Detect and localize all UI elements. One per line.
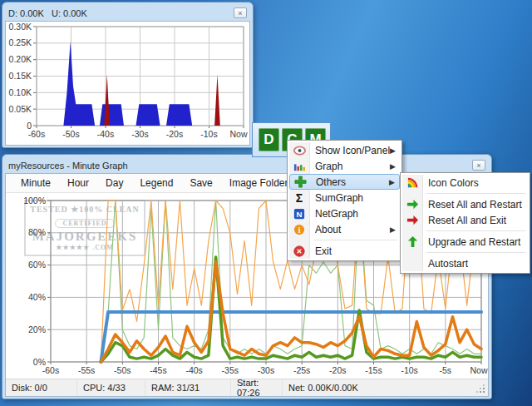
submenu-arrow-icon: ▶ [389, 178, 395, 186]
status-start: Start: 07:26 [231, 379, 283, 396]
submenu-item-autostart[interactable]: Autostart [402, 255, 528, 271]
desktop: D: 0.00K U: 0.00K × 0.30K0.25K0.20K0.15K… [0, 0, 532, 406]
letter-n-icon: N [289, 208, 309, 220]
menu-item-day[interactable]: Day [97, 175, 131, 191]
svg-text:-15s: -15s [365, 365, 382, 375]
disk-tile-icon[interactable]: D [259, 128, 279, 151]
sigma-icon: Σ [289, 192, 309, 204]
svg-text:0.20K: 0.20K [9, 54, 32, 64]
svg-text:-40s: -40s [185, 365, 202, 375]
menu-item-save[interactable]: Save [181, 175, 220, 191]
svg-text:0.10K: 0.10K [9, 87, 32, 97]
svg-text:-55s: -55s [78, 365, 95, 375]
rainbow-icon [402, 176, 422, 189]
svg-text:0.30K: 0.30K [9, 22, 32, 32]
net-graph-window: D: 0.00K U: 0.00K × 0.30K0.25K0.20K0.15K… [2, 2, 254, 148]
svg-text:-30s: -30s [258, 365, 274, 375]
svg-text:20%: 20% [28, 324, 46, 334]
net-window-titlebar[interactable]: D: 0.00K U: 0.00K × [5, 5, 250, 21]
submenu-item-icon-colors[interactable]: Icon Colors [402, 175, 528, 191]
others-submenu: Icon Colors Reset All and Restart Reset … [400, 172, 530, 274]
svg-text:-60s: -60s [42, 365, 59, 375]
menu-item-hour[interactable]: Hour [59, 175, 97, 191]
menu-item-sumgraph[interactable]: Σ SumGraph [289, 190, 400, 205]
resize-grip[interactable] [483, 391, 485, 393]
svg-text:-50s: -50s [114, 365, 131, 375]
svg-text:-60s: -60s [28, 129, 45, 139]
status-ram: RAM: 31/31 [145, 379, 231, 396]
status-bar: Disk: 0/0 CPU: 4/33 RAM: 31/31 Start: 07… [6, 379, 488, 396]
menu-separator [426, 193, 525, 194]
myresources-titlebar[interactable]: myResources - Minute Graph × [5, 157, 489, 173]
menu-separator [313, 240, 397, 240]
menu-separator [426, 252, 525, 253]
svg-text:Now: Now [229, 129, 247, 139]
myresources-title: myResources - Minute Graph [5, 161, 128, 171]
svg-text:-10s: -10s [401, 365, 417, 375]
menu-item-exit[interactable]: ✕ Exit [289, 243, 400, 259]
eye-icon [289, 146, 309, 156]
svg-text:-5s: -5s [440, 365, 452, 375]
exit-icon: ✕ [289, 245, 309, 257]
svg-text:0.15K: 0.15K [9, 71, 32, 81]
net-window-title: D: 0.00K U: 0.00K [5, 8, 87, 18]
status-net: Net: 0.00K/0.00K [283, 379, 488, 396]
svg-text:-20s: -20s [329, 365, 346, 375]
menu-separator [426, 230, 525, 231]
submenu-item-upgrade-restart[interactable]: Upgrade and Restart [402, 234, 528, 250]
svg-text:-20s: -20s [166, 129, 183, 139]
plus-icon [290, 176, 310, 188]
svg-text:40%: 40% [28, 292, 46, 302]
submenu-arrow-icon: ▶ [390, 162, 396, 171]
svg-text:N: N [297, 209, 303, 218]
menu-item-legend[interactable]: Legend [131, 175, 181, 191]
submenu-item-reset-exit[interactable]: Reset All and Exit [402, 212, 528, 228]
svg-text:-40s: -40s [97, 129, 114, 139]
svg-text:i: i [298, 225, 301, 234]
net-graph-content: 0.30K0.25K0.20K0.15K0.10K0.05K0-60s-50s-… [5, 21, 250, 146]
close-icon[interactable]: × [234, 7, 247, 18]
bar-chart-icon [289, 161, 309, 172]
red-right-arrow-icon [402, 214, 422, 226]
svg-text:0.25K: 0.25K [9, 37, 32, 47]
status-cpu: CPU: 4/33 [77, 379, 145, 396]
svg-text:-35s: -35s [222, 365, 239, 375]
svg-text:-45s: -45s [150, 365, 166, 375]
svg-text:100%: 100% [23, 196, 46, 205]
svg-text:Now: Now [470, 365, 487, 375]
submenu-arrow-icon: ▶ [390, 146, 396, 155]
svg-text:-50s: -50s [62, 129, 79, 139]
menu-item-others[interactable]: Others ▶ [289, 174, 400, 190]
submenu-arrow-icon: ▶ [390, 225, 396, 234]
green-up-arrow-icon [402, 235, 422, 248]
svg-text:-30s: -30s [131, 129, 148, 139]
info-icon: i [289, 224, 309, 235]
menu-item-about[interactable]: i About ▶ [289, 221, 400, 237]
svg-text:-10s: -10s [200, 129, 217, 139]
svg-text:✕: ✕ [297, 247, 303, 255]
svg-text:80%: 80% [28, 227, 46, 237]
svg-text:-25s: -25s [293, 365, 310, 375]
menu-item-netgraph[interactable]: N NetGraph [289, 205, 400, 221]
green-right-arrow-icon [402, 198, 422, 210]
status-disk: Disk: 0/0 [6, 379, 77, 396]
menu-item-image-folder[interactable]: Image Folder [221, 175, 297, 191]
svg-text:60%: 60% [28, 260, 46, 270]
close-icon[interactable]: × [472, 160, 485, 171]
menu-item-show-icon-panel[interactable]: Show Icon/Panel ▶ [289, 142, 400, 158]
context-menu: Show Icon/Panel ▶ Graph ▶ Others ▶ Σ Sum… [287, 140, 402, 261]
submenu-item-reset-restart[interactable]: Reset All and Restart [402, 196, 528, 212]
menu-item-graph[interactable]: Graph ▶ [289, 158, 400, 174]
svg-text:0.05K: 0.05K [9, 104, 32, 114]
net-graph-chart: 0.30K0.25K0.20K0.15K0.10K0.05K0-60s-50s-… [6, 22, 250, 143]
menu-item-minute[interactable]: Minute [12, 175, 59, 191]
